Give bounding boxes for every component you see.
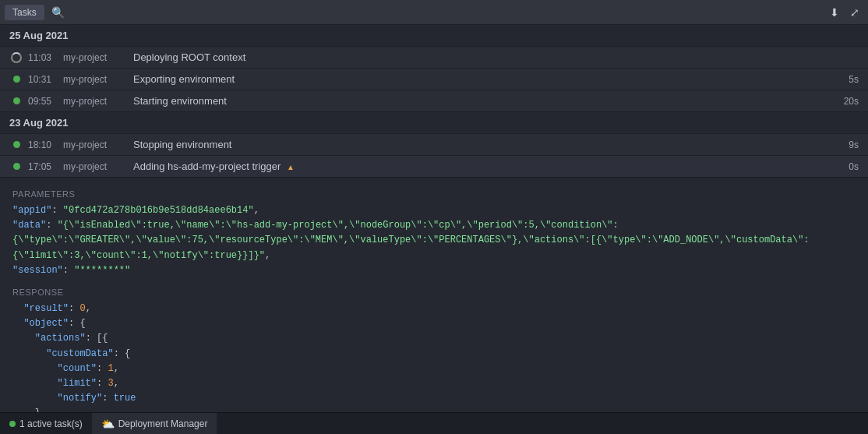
task-time: 10:31	[28, 74, 63, 85]
task-project: my-project	[63, 52, 133, 63]
task-description: Adding hs-add-my-project trigger ▲	[133, 161, 835, 172]
deployment-icon: ⛅	[101, 418, 115, 430]
status-dot-icon	[13, 163, 20, 170]
status-icon-green	[9, 97, 23, 104]
toolbar-right: ⬇ ⤢	[826, 4, 863, 21]
detail-panel: PARAMETERS "appid": "0fcd472a278b016b9e5…	[0, 178, 868, 412]
status-icon-green	[9, 141, 23, 148]
task-project: my-project	[63, 139, 133, 150]
active-tasks-status[interactable]: 1 active task(s)	[0, 413, 92, 434]
status-icon-green	[9, 163, 23, 170]
table-row[interactable]: 10:31 my-project Exporting environment 5…	[0, 69, 868, 90]
date-header-1: 25 Aug 2021	[0, 25, 868, 47]
main-content: 25 Aug 2021 11:03 my-project Deploying R…	[0, 25, 868, 412]
spinner-icon	[11, 52, 22, 63]
task-project: my-project	[63, 161, 133, 172]
parameters-label: PARAMETERS	[12, 189, 856, 199]
task-description: Starting environment	[133, 95, 835, 107]
task-time: 09:55	[28, 96, 63, 107]
description-text: Adding hs-add-my-project trigger	[133, 161, 281, 172]
response-label: RESPONSE	[12, 288, 856, 297]
status-dot-icon	[13, 97, 20, 104]
task-duration: 9s	[835, 139, 859, 150]
task-time: 11:03	[28, 52, 63, 63]
task-project: my-project	[63, 74, 133, 85]
table-row[interactable]: 18:10 my-project Stopping environment 9s	[0, 134, 868, 156]
expand-button[interactable]: ⤢	[846, 4, 863, 21]
task-description: Stopping environment	[133, 139, 835, 150]
active-tasks-label: 1 active task(s)	[19, 418, 83, 429]
status-bar: 1 active task(s) ⛅ Deployment Manager	[0, 412, 868, 434]
date-header-2: 23 Aug 2021	[0, 112, 868, 134]
status-dot-icon	[13, 141, 20, 148]
download-button[interactable]: ⬇	[826, 4, 843, 21]
task-duration: 20s	[835, 96, 859, 107]
response-code: "result": 0, "object": { "actions": [{ "…	[12, 302, 856, 412]
task-time: 18:10	[28, 139, 63, 150]
table-row[interactable]: 11:03 my-project Deploying ROOT context	[0, 47, 868, 69]
search-button[interactable]: 🔍	[48, 4, 69, 21]
tasks-button[interactable]: Tasks	[5, 5, 44, 20]
task-description: Deploying ROOT context	[133, 51, 835, 63]
task-time: 17:05	[28, 161, 63, 172]
parameters-code: "appid": "0fcd472a278b016b9e518dd84aee6b…	[12, 203, 856, 278]
top-toolbar: Tasks 🔍 ⬇ ⤢	[0, 0, 868, 25]
trigger-icon: ▲	[287, 163, 295, 171]
active-dot-icon	[9, 421, 16, 427]
deployment-manager-label: Deployment Manager	[118, 418, 208, 429]
status-dot-icon	[13, 76, 20, 83]
task-description: Exporting environment	[133, 73, 835, 85]
table-row[interactable]: 17:05 my-project Adding hs-add-my-projec…	[0, 156, 868, 178]
response-section: RESPONSE "result": 0, "object": { "actio…	[12, 288, 856, 412]
deployment-manager-tab[interactable]: ⛅ Deployment Manager	[92, 413, 218, 434]
task-duration: 5s	[835, 74, 859, 85]
status-icon-green	[9, 76, 23, 83]
status-icon-spinning	[9, 52, 23, 63]
table-row[interactable]: 09:55 my-project Starting environment 20…	[0, 90, 868, 112]
task-duration: 0s	[835, 161, 859, 172]
task-list: 25 Aug 2021 11:03 my-project Deploying R…	[0, 25, 868, 178]
task-project: my-project	[63, 96, 133, 107]
